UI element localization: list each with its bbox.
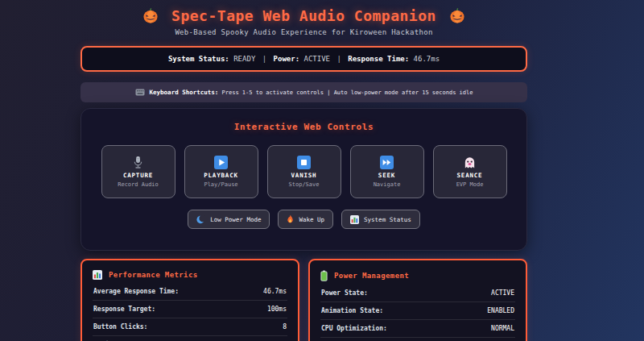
bar-chart-icon	[350, 215, 359, 224]
stop-icon	[297, 156, 311, 169]
separator: |	[336, 55, 341, 63]
page-container: Spec-Tape Web Audio Companion Web-Based …	[80, 0, 527, 341]
metric-label: Power State:	[321, 289, 368, 297]
metric-value: 46.7ms	[263, 288, 287, 295]
metric-label: Average Response Time:	[93, 288, 179, 295]
control-description: Stop/Save	[289, 181, 320, 188]
playback-button[interactable]: PLAYBACK Play/Pause	[184, 145, 258, 198]
action-label: System Status	[364, 216, 411, 223]
action-label: Wake Up	[299, 216, 324, 223]
action-label: Low Power Mode	[210, 216, 261, 223]
metric-label: Animation State:	[321, 307, 383, 314]
power-management-panel: Power Management Power State: ACTIVE Ani…	[308, 259, 527, 341]
metric-row: Power State: ACTIVE	[320, 285, 515, 302]
response-time-value: 46.7ms	[414, 55, 440, 63]
flame-icon	[287, 214, 294, 224]
panel-title-row: Performance Metrics	[93, 270, 287, 280]
control-buttons-row: CAPTURE Record Audio PLAYBACK Play/Pause	[94, 145, 514, 198]
panel-title: Power Management	[334, 272, 409, 280]
page-title: Spec-Tape Web Audio Companion	[171, 7, 436, 24]
controls-section-title: Interactive Web Controls	[94, 122, 514, 132]
action-buttons-row: Low Power Mode Wake Up	[94, 210, 514, 229]
microphone-icon	[131, 156, 145, 169]
battery-icon	[320, 270, 328, 281]
performance-metrics-panel: Performance Metrics Average Response Tim…	[80, 259, 299, 341]
keyboard-shortcuts-bar: Keyboard Shortcuts: Press 1-5 to activat…	[80, 82, 527, 102]
metric-value: ACTIVE	[491, 289, 514, 297]
capture-button[interactable]: CAPTURE Record Audio	[101, 145, 175, 198]
metric-value: 100ms	[267, 306, 287, 313]
page-subtitle: Web-Based Spooky Audio Experience for Ki…	[80, 28, 527, 36]
system-status-bar: System Status: READY | Power: ACTIVE | R…	[80, 46, 527, 72]
ghost-icon	[463, 156, 477, 169]
power-label: Power:	[274, 55, 300, 63]
metric-value: 8	[283, 323, 287, 331]
control-name: PLAYBACK	[204, 172, 238, 179]
fast-forward-icon	[380, 156, 394, 169]
metrics-panels-row: Performance Metrics Average Response Tim…	[80, 259, 527, 341]
metric-row: Uptime: 29.0s	[93, 336, 287, 341]
panel-title-row: Power Management	[320, 270, 515, 281]
metric-row: Animation State: ENABLED	[320, 302, 515, 320]
metric-row: Average Response Time: 46.7ms	[93, 283, 287, 301]
metric-label: Button Clicks:	[93, 323, 147, 331]
metric-row: CPU Optimization: NORMAL	[320, 320, 515, 338]
header: Spec-Tape Web Audio Companion	[80, 5, 527, 26]
control-description: EVP Mode	[456, 181, 484, 188]
seance-button[interactable]: SEANCE EVP Mode	[433, 145, 507, 198]
system-status-button[interactable]: System Status	[341, 210, 420, 229]
metric-label: Response Target:	[93, 306, 155, 313]
control-name: SEEK	[378, 172, 395, 179]
control-name: CAPTURE	[123, 172, 153, 179]
control-name: VANISH	[291, 172, 317, 179]
play-icon	[214, 156, 228, 169]
interactive-controls-panel: Interactive Web Controls CAPTURE Record	[80, 108, 527, 251]
metric-row: Button Clicks: 8	[93, 318, 287, 336]
panel-title: Performance Metrics	[109, 271, 198, 279]
vanish-button[interactable]: VANISH Stop/Save	[267, 145, 341, 198]
control-description: Play/Pause	[204, 181, 237, 188]
control-description: Record Audio	[118, 181, 159, 188]
metric-value: NORMAL	[491, 325, 514, 332]
control-description: Navigate	[374, 181, 401, 188]
pumpkin-icon	[449, 7, 465, 23]
pumpkin-icon	[142, 7, 159, 23]
bar-chart-icon	[93, 270, 102, 280]
control-name: SEANCE	[457, 172, 483, 179]
system-status-label: System Status:	[168, 55, 229, 63]
system-status-value: READY	[233, 55, 255, 63]
separator: |	[262, 55, 266, 63]
moon-icon	[196, 215, 205, 224]
response-time-label: Response Time:	[348, 55, 409, 63]
low-power-mode-button[interactable]: Low Power Mode	[188, 210, 270, 229]
metric-value: ENABLED	[487, 307, 514, 314]
seek-button[interactable]: SEEK Navigate	[350, 145, 424, 198]
shortcuts-text: Keyboard Shortcuts: Press 1-5 to activat…	[150, 89, 473, 96]
wake-up-button[interactable]: Wake Up	[278, 210, 333, 229]
metric-row: Idle Timer: 15s	[320, 338, 515, 341]
metric-label: CPU Optimization:	[321, 325, 387, 332]
power-value: ACTIVE	[304, 55, 331, 63]
keyboard-icon	[135, 89, 145, 96]
shortcuts-detail: Press 1-5 to activate controls | Auto lo…	[222, 89, 473, 96]
metric-row: Response Target: 100ms	[93, 301, 287, 318]
shortcuts-label: Keyboard Shortcuts:	[150, 89, 219, 96]
